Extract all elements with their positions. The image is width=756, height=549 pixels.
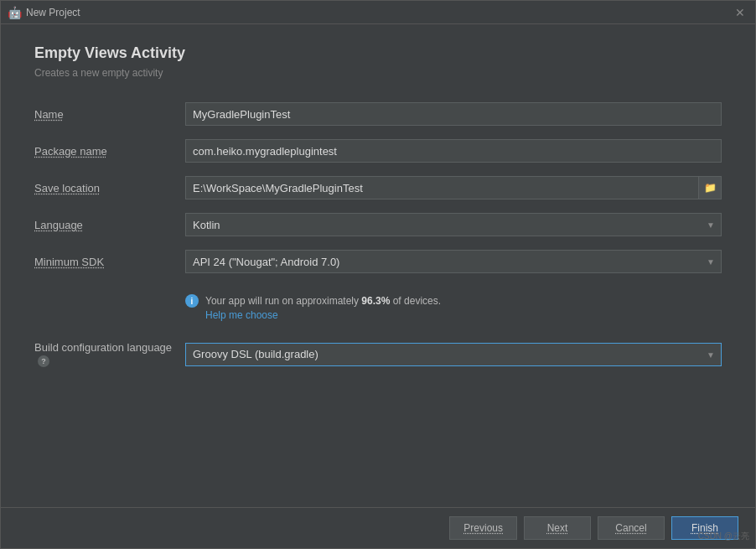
help-me-choose-link[interactable]: Help me choose: [205, 309, 278, 321]
build-config-label: Build configuration language ?: [34, 341, 185, 367]
android-icon: 🤖: [8, 6, 21, 19]
title-bar: 🤖 New Project ✕: [1, 1, 755, 24]
min-sdk-label: Minimum SDK: [34, 256, 185, 268]
min-sdk-row: Minimum SDK API 24 ("Nougat"; Android 7.…: [34, 250, 722, 273]
info-box: i Your app will run on approximately 96.…: [34, 287, 722, 328]
build-config-row: Build configuration language ? Groovy DS…: [34, 341, 722, 367]
watermark: CSDN @云亮: [698, 531, 749, 542]
window-title: New Project: [26, 7, 732, 18]
next-button[interactable]: Next: [524, 516, 591, 540]
min-sdk-select-wrapper: API 24 ("Nougat"; Android 7.0) API 21 AP…: [185, 250, 722, 273]
save-location-input[interactable]: [185, 176, 698, 199]
name-input[interactable]: [185, 102, 722, 126]
dialog-footer: Previous Next Cancel Finish: [1, 507, 755, 548]
package-label: Package name: [34, 145, 185, 158]
cancel-button[interactable]: Cancel: [598, 516, 665, 540]
build-config-select[interactable]: Groovy DSL (build.gradle) Kotlin DSL (bu…: [185, 343, 722, 366]
previous-button[interactable]: Previous: [449, 516, 517, 540]
info-content: Your app will run on approximately 96.3%…: [205, 293, 441, 321]
info-prefix: Your app will run on approximately: [205, 295, 361, 307]
package-name-row: Package name: [34, 139, 722, 163]
min-sdk-select[interactable]: API 24 ("Nougat"; Android 7.0) API 21 AP…: [185, 250, 722, 273]
dialog-content: Empty Views Activity Creates a new empty…: [1, 24, 755, 507]
info-icon: i: [185, 294, 199, 308]
page-title: Empty Views Activity: [34, 44, 722, 62]
language-label: Language: [34, 219, 185, 231]
page-subtitle: Creates a new empty activity: [34, 67, 722, 79]
name-row: Name: [34, 102, 722, 126]
browse-folder-button[interactable]: 📁: [698, 176, 722, 199]
build-config-label-text: Build configuration language: [34, 341, 172, 354]
package-name-input[interactable]: [185, 139, 722, 163]
save-location-row: Save location 📁: [34, 176, 722, 199]
info-text: Your app will run on approximately 96.3%…: [205, 293, 441, 308]
new-project-dialog: 🤖 New Project ✕ Empty Views Activity Cre…: [0, 0, 756, 549]
language-row: Language Kotlin Java ▼: [34, 213, 722, 236]
language-select[interactable]: Kotlin Java: [185, 213, 722, 236]
save-location-label: Save location: [34, 182, 185, 194]
name-label: Name: [34, 108, 185, 121]
build-config-help-icon[interactable]: ?: [38, 355, 49, 367]
build-config-select-wrapper: Groovy DSL (build.gradle) Kotlin DSL (bu…: [185, 343, 722, 366]
folder-icon: 📁: [704, 182, 717, 194]
info-percentage: 96.3%: [361, 295, 390, 307]
save-location-field-wrapper: 📁: [185, 176, 722, 199]
close-button[interactable]: ✕: [732, 6, 748, 19]
info-suffix: of devices.: [390, 295, 441, 307]
language-select-wrapper: Kotlin Java ▼: [185, 213, 722, 236]
